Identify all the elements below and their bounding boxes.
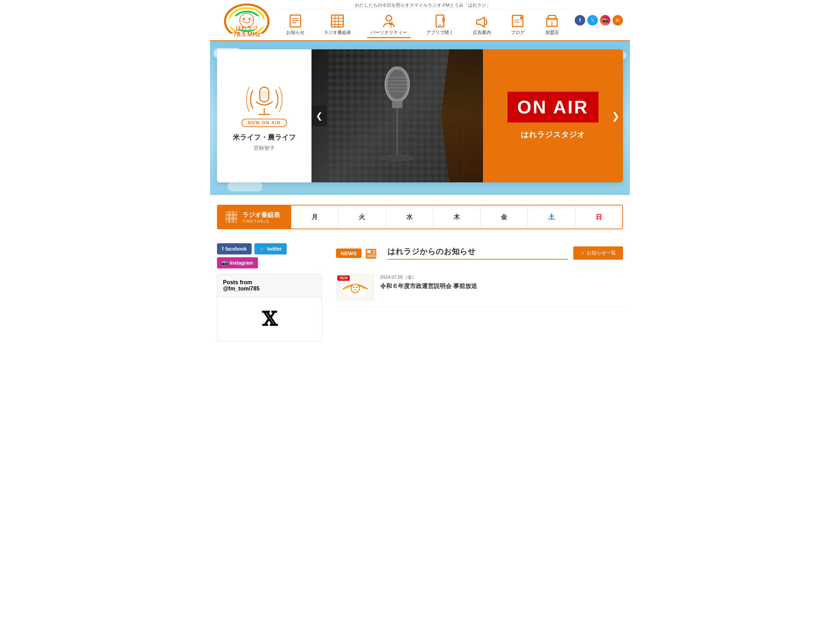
nav-item-personality[interactable]: パーソナリティー: [367, 12, 411, 38]
personality-icon: [382, 14, 396, 28]
nav-label-shop: 加盟店: [545, 29, 559, 36]
news-icon-area: [363, 243, 382, 263]
instagram-label: Instagram: [230, 260, 253, 266]
slider-prev-button[interactable]: ❮: [311, 105, 327, 126]
svg-point-8: [241, 20, 244, 22]
social-sidebar: f facebook 🐦 twitter 📷 Instagram Posts f…: [217, 243, 322, 341]
twitter-bird-icon: 🐦: [259, 246, 265, 252]
timetable-grid-icon: [225, 210, 238, 224]
timetable-icon: [330, 14, 345, 28]
nav-label-blog: ブログ: [511, 29, 525, 36]
guitar-silhouette: [441, 49, 483, 182]
timetable-days: 月 火 水 木 金 土 日: [291, 205, 622, 229]
social-instagram[interactable]: 📷: [600, 15, 610, 25]
now-on-air-panel: NOW ON AIR 米ライフ・農ライフ 宮秋智子: [217, 49, 311, 182]
program-host: 宮秋智子: [254, 145, 275, 152]
nav-label-app: アプリで聴く: [426, 29, 453, 36]
news-item-thumb: NEW: [336, 274, 374, 301]
facebook-label: facebook: [226, 246, 247, 252]
timetable-section: ラジオ番組表 TIMETABLE 月 火 水 木 金 土 日: [210, 195, 630, 236]
day-tab-thu[interactable]: 木: [433, 205, 480, 229]
svg-point-9: [249, 20, 253, 22]
svg-point-63: [351, 284, 360, 293]
nav-item-blog[interactable]: ブログ: [507, 12, 529, 38]
site-header: はれラジ 78.5 MHz わたしたちの今日を照らすスマイルラジオ-FMとうみ「…: [210, 0, 630, 41]
day-tab-mon[interactable]: 月: [291, 205, 338, 229]
nav-item-app[interactable]: アプリで聴く: [423, 12, 457, 38]
nav-label-news: お知らせ: [286, 29, 305, 36]
cloud-1: [213, 48, 242, 58]
nav-item-ad[interactable]: 広告案内: [469, 12, 494, 38]
svg-point-7: [248, 18, 251, 20]
header-social: f 𝕏 📷 ✉: [575, 15, 623, 25]
news-title-area: NEWS はれラジからのお知らせ: [336, 243, 568, 263]
day-tab-tue[interactable]: 火: [338, 205, 386, 229]
social-facebook[interactable]: f: [575, 15, 585, 25]
studio-left-panel: [311, 49, 483, 182]
logo-area[interactable]: はれラジ 78.5 MHz: [217, 2, 276, 38]
nav-item-shop[interactable]: 加盟店: [541, 12, 563, 38]
instagram-camera-icon: 📷: [222, 260, 228, 266]
studio-caption: はれラジスタジオ: [521, 129, 585, 140]
nav-item-news[interactable]: お知らせ: [283, 12, 308, 38]
on-air-sign: ON AIR: [507, 92, 598, 123]
social-mail[interactable]: ✉: [613, 15, 623, 25]
news-item-content: 2024.07.05（金） 令和６年度市政運営説明会 事前放送: [380, 274, 623, 290]
new-badge: NEW: [337, 275, 350, 281]
svg-point-6: [243, 18, 245, 20]
hero-section: NOW ON AIR 米ライフ・農ライフ 宮秋智子: [210, 41, 630, 195]
news-more-button[interactable]: ＞ お知らせ一覧: [573, 246, 623, 260]
nav-item-timetable[interactable]: ラジオ番組表: [320, 12, 355, 38]
svg-rect-56: [367, 250, 371, 253]
news-item-date: 2024.07.05（金）: [380, 274, 623, 280]
shop-icon: [545, 14, 559, 28]
svg-point-64: [353, 287, 355, 288]
svg-rect-50: [226, 211, 237, 223]
timetable-label-area: ラジオ番組表 TIMETABLE: [218, 205, 291, 229]
nav-label-timetable: ラジオ番組表: [324, 29, 351, 36]
day-tab-sun[interactable]: 日: [575, 205, 622, 229]
instagram-button[interactable]: 📷 Instagram: [217, 257, 258, 268]
twitter-label: twitter: [267, 246, 282, 252]
cloud-3: [227, 182, 262, 191]
x-logo-icon: 𝕏: [262, 308, 277, 330]
social-twitter[interactable]: 𝕏: [587, 15, 598, 25]
posts-header: Posts from @fm_tomi785: [217, 275, 322, 297]
news-radio-icon: [364, 244, 382, 262]
svg-point-49: [380, 154, 415, 161]
mic-radio-icon: [242, 80, 287, 118]
main-nav: お知らせ ラジオ番組表: [276, 10, 569, 38]
hero-inner: NOW ON AIR 米ライフ・農ライフ 宮秋智子: [217, 49, 623, 182]
svg-point-21: [386, 16, 392, 21]
svg-rect-32: [260, 87, 269, 102]
day-tab-sat[interactable]: 土: [528, 205, 575, 229]
facebook-button[interactable]: f facebook: [217, 243, 252, 254]
posts-widget: Posts from @fm_tomi785 𝕏: [217, 274, 322, 341]
ad-icon: [475, 14, 489, 28]
svg-point-24: [390, 21, 392, 23]
blog-icon: [511, 14, 525, 28]
slider-next-button[interactable]: ❯: [608, 105, 623, 126]
timetable-label-text: ラジオ番組表: [242, 211, 280, 219]
posts-body: 𝕏: [217, 297, 322, 341]
svg-point-65: [356, 287, 357, 288]
news-title: はれラジからのお知らせ: [387, 246, 568, 260]
header-center: わたしたちの今日を照らすスマイルラジオ-FMとうみ「はれラジ」 お知らせ: [276, 2, 569, 38]
timetable-sublabel: TIMETABLE: [242, 219, 280, 223]
facebook-icon: f: [222, 246, 224, 252]
frequency-label: 78.5 MHz: [233, 31, 260, 38]
now-on-air-badge: NOW ON AIR: [242, 118, 287, 127]
header-tagline: わたしたちの今日を照らすスマイルラジオ-FMとうみ「はれラジ」: [276, 2, 569, 8]
news-item: NEW 2024.07.05（金） 令和６年度市政運営説明会 事前放送: [336, 268, 623, 306]
day-tab-wed[interactable]: 水: [386, 205, 433, 229]
nav-label-ad: 広告案内: [473, 29, 491, 36]
twitter-button[interactable]: 🐦 twitter: [254, 243, 287, 254]
content-section: f facebook 🐦 twitter 📷 Instagram Posts f…: [210, 236, 630, 355]
program-title: 米ライフ・農ライフ: [233, 133, 296, 142]
news-header: NEWS はれラジからのお知らせ ＞ お知: [336, 243, 623, 263]
news-item-title: 令和６年度市政運営説明会 事前放送: [380, 282, 623, 290]
logo-svg: はれラジ: [222, 2, 271, 33]
svg-rect-47: [392, 101, 403, 108]
day-tab-fri[interactable]: 金: [480, 205, 528, 229]
news-badge: NEWS: [336, 248, 362, 258]
